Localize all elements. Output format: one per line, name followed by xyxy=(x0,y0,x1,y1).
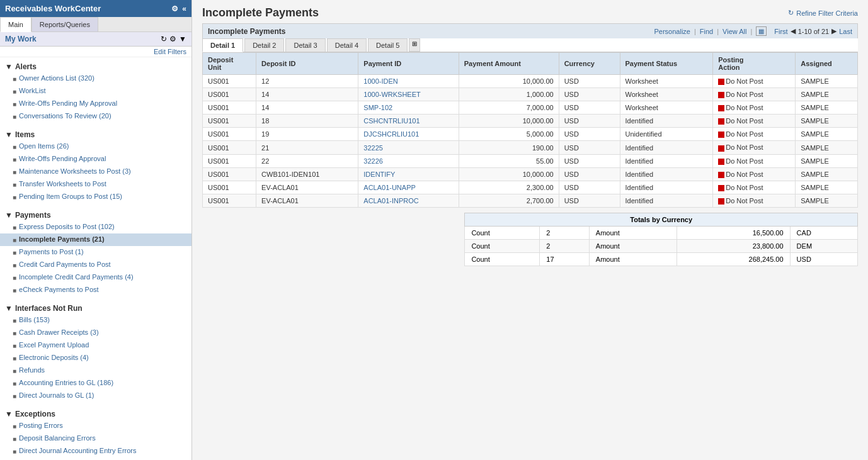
bullet-icon: ■ xyxy=(13,100,16,109)
gear-icon[interactable]: ⚙ xyxy=(171,4,178,13)
status-cell: Worksheet xyxy=(620,88,713,101)
sidebar-item-1-0[interactable]: ■WorkList xyxy=(0,85,191,98)
assigned-cell: SAMPLE xyxy=(796,128,858,141)
payment-id-cell[interactable]: DJCSHCRLIU101 xyxy=(358,128,459,141)
sidebar-item-5-3[interactable]: ■Accounting Entries to GL (186) xyxy=(0,377,191,390)
payment-id-cell[interactable]: CSHCNTRLIU101 xyxy=(358,115,459,128)
sidebar-item-2-0[interactable]: ■Write-Offs Pending My Approval xyxy=(0,98,191,110)
sidebar-item-1-1[interactable]: ■Write-Offs Pending Approval xyxy=(0,153,191,165)
red-square-icon xyxy=(718,132,724,138)
sidebar-item-2-3[interactable]: ■Excel Payment Upload xyxy=(0,339,191,352)
payment-id-cell[interactable]: 1000-IDEN xyxy=(358,75,459,88)
find-btn[interactable]: Find xyxy=(700,28,713,35)
sidebar-item-5-2[interactable]: ■eCheck Payments to Post xyxy=(0,284,191,296)
payment-id-cell[interactable]: 1000-WRKSHEET xyxy=(358,88,459,101)
sidebar-item-0-4[interactable]: ■Posting Errors xyxy=(0,420,191,432)
personalize-btn[interactable]: Personalize xyxy=(654,28,690,35)
tab-reports-queries[interactable]: Reports/Queries xyxy=(31,17,98,31)
bullet-icon: ■ xyxy=(13,392,16,401)
refine-filter-btn[interactable]: ↻ Refine Filter Criteria xyxy=(788,9,858,17)
main-content: Incomplete Payments ↻ Refine Filter Crit… xyxy=(192,0,868,460)
sidebar-item-0-3[interactable]: ■Bills (153) xyxy=(0,314,191,327)
tab-detail4[interactable]: Detail 4 xyxy=(327,38,367,52)
section-title-0[interactable]: ▼ Alerts xyxy=(0,60,191,72)
payment-id-cell[interactable]: SMP-102 xyxy=(358,101,459,115)
tab-main[interactable]: Main xyxy=(0,17,31,32)
bullet-icon: ■ xyxy=(13,236,16,245)
my-work-icons: ↻ ⚙ ▼ xyxy=(161,35,186,43)
posting-action-cell: Do Not Post xyxy=(713,101,796,115)
grid-layout-icon[interactable]: ▦ xyxy=(756,26,767,36)
payment-id-cell[interactable]: 32225 xyxy=(358,141,459,154)
sidebar-item-0-0[interactable]: ■Owner Actions List (320) xyxy=(0,72,191,85)
collapse-icon[interactable]: « xyxy=(182,4,186,13)
section-title-2[interactable]: ▼ Payments xyxy=(0,208,191,221)
prev-btn[interactable]: ◀ xyxy=(791,27,796,35)
section-title-3[interactable]: ▼ Interfaces Not Run xyxy=(0,301,191,314)
sidebar-item-4-1[interactable]: ■Pending Item Groups to Post (15) xyxy=(0,191,191,203)
bullet-icon: ■ xyxy=(13,435,16,444)
dropdown-icon[interactable]: ▼ xyxy=(179,35,186,43)
table-row: US001141000-WRKSHEET1,000.00USDWorksheet… xyxy=(203,88,858,101)
edit-filters[interactable]: Edit Filters xyxy=(0,47,191,57)
section-title-4[interactable]: ▼ Exceptions xyxy=(0,407,191,420)
sidebar-item-6-3[interactable]: ■Direct Journals to GL (1) xyxy=(0,390,191,402)
totals-amount: 23,800.00 xyxy=(677,239,790,252)
totals-body: Count2Amount16,500.00CADCount2Amount23,8… xyxy=(465,226,858,266)
settings-icon[interactable]: ⚙ xyxy=(169,35,176,43)
tab-detail5[interactable]: Detail 5 xyxy=(368,38,408,52)
tab-detail1[interactable]: Detail 1 xyxy=(202,38,243,52)
sidebar-item-1-3[interactable]: ■Cash Drawer Receipts (3) xyxy=(0,327,191,339)
first-btn[interactable]: First xyxy=(774,28,787,35)
sidebar-item-3-1[interactable]: ■Transfer Worksheets to Post xyxy=(0,178,191,191)
my-work-bar: My Work ↻ ⚙ ▼ xyxy=(0,32,191,47)
grid-view-icon[interactable]: ⊞ xyxy=(409,38,420,52)
sidebar-sections: ▼ Alerts■Owner Actions List (320)■WorkLi… xyxy=(0,57,191,460)
view-all-btn[interactable]: View All xyxy=(722,28,746,35)
sidebar-item-3-0[interactable]: ■Conversations To Review (20) xyxy=(0,110,191,123)
table-row: US00119DJCSHCRLIU1015,000.00USDUnidentif… xyxy=(203,128,858,141)
triangle-icon: ▼ xyxy=(5,211,13,220)
assigned-cell: SAMPLE xyxy=(796,167,858,181)
red-square-icon xyxy=(718,159,724,165)
last-btn[interactable]: Last xyxy=(839,28,852,35)
tab-detail2[interactable]: Detail 2 xyxy=(244,38,284,52)
payment-id-cell[interactable]: 32226 xyxy=(358,154,459,167)
sidebar-section-payments: ▼ Payments■Express Deposits to Post (102… xyxy=(0,206,191,299)
sidebar-item-1-4[interactable]: ■Deposit Balancing Errors xyxy=(0,432,191,445)
tab-detail3[interactable]: Detail 3 xyxy=(285,38,325,52)
status-cell: Worksheet xyxy=(620,75,713,88)
assigned-cell: SAMPLE xyxy=(796,75,858,88)
sidebar-item-4-2[interactable]: ■Incomplete Credit Card Payments (4) xyxy=(0,271,191,284)
totals-currency: DEM xyxy=(790,239,857,252)
section-title-1[interactable]: ▼ Items xyxy=(0,128,191,140)
currency-cell: USD xyxy=(559,181,620,194)
sidebar-item-0-1[interactable]: ■Open Items (26) xyxy=(0,140,191,153)
sidebar-item-2-4[interactable]: ■Direct Journal Accounting Entry Errors xyxy=(0,445,191,457)
refresh-icon[interactable]: ↻ xyxy=(161,35,167,43)
payment-id-cell[interactable]: ACLA01-INPROC xyxy=(358,194,459,207)
totals-row: Count2Amount23,800.00DEM xyxy=(465,239,858,252)
sidebar-item-3-3[interactable]: ■Electronic Deposits (4) xyxy=(0,352,191,364)
sidebar-item-4-3[interactable]: ■Refunds xyxy=(0,364,191,377)
sidebar-item-1-2[interactable]: ■Incomplete Payments (21) xyxy=(0,233,191,246)
main-header: Incomplete Payments ↻ Refine Filter Crit… xyxy=(192,0,868,23)
posting-action-cell: Do Not Post xyxy=(713,75,796,88)
payment-id-cell[interactable]: IDENTIFY xyxy=(358,167,459,181)
next-btn[interactable]: ▶ xyxy=(831,27,837,35)
bullet-icon: ■ xyxy=(13,155,16,164)
assigned-cell: SAMPLE xyxy=(796,154,858,167)
col-currency: Currency xyxy=(559,53,620,75)
payment-id-cell[interactable]: ACLA01-UNAPP xyxy=(358,181,459,194)
currency-cell: USD xyxy=(559,115,620,128)
sidebar-item-2-2[interactable]: ■Payments to Post (1) xyxy=(0,246,191,259)
sidebar: Receivables WorkCenter ⚙ « Main Reports/… xyxy=(0,0,192,460)
sidebar-item-3-2[interactable]: ■Credit Card Payments to Post xyxy=(0,259,191,271)
sidebar-item-0-2[interactable]: ■Express Deposits to Post (102) xyxy=(0,221,191,233)
sidebar-item-2-1[interactable]: ■Maintenance Worksheets to Post (3) xyxy=(0,165,191,178)
red-square-icon xyxy=(718,145,724,152)
assigned-cell: SAMPLE xyxy=(796,88,858,101)
table-row: US001223222655.00USDIdentifiedDo Not Pos… xyxy=(203,154,858,167)
status-cell: Identified xyxy=(620,167,713,181)
bullet-icon: ■ xyxy=(13,181,16,189)
